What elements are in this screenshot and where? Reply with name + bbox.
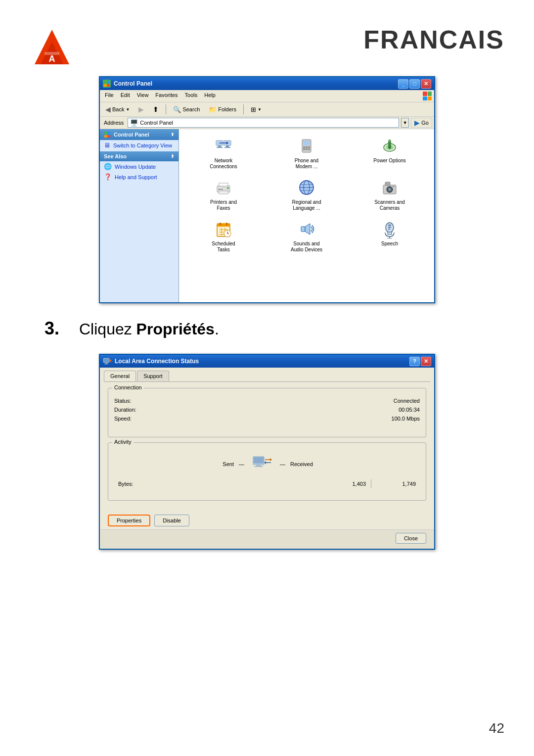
minimize-button[interactable]: _ [398,79,408,89]
icon-printers-faxes[interactable]: Printers andFaxes [183,175,264,214]
lac-titlebar: Local Area Connection Status ? ✕ [100,355,434,368]
cp-header-icon [104,131,111,138]
svg-point-55 [389,189,390,190]
speech-icon [380,219,400,239]
icon-speech[interactable]: Speech [349,216,430,256]
maximize-button[interactable]: □ [409,79,420,89]
svg-rect-33 [308,148,310,150]
forward-button[interactable]: ▶ [135,104,147,115]
cp-section-header[interactable]: Control Panel ⬆ [100,129,178,140]
menu-view[interactable]: View [134,91,152,101]
step3-container: 3. Cliquez Propriétés. [0,303,534,354]
lac-tabs: General Support [100,368,434,381]
icon-scheduled-tasks[interactable]: ScheduledTasks [183,216,264,256]
help-support-link[interactable]: ❓ Help and Support [100,172,178,182]
svg-rect-58 [217,224,230,227]
lac-window: Local Area Connection Status ? ✕ General… [99,354,435,550]
menu-help[interactable]: Help [201,91,219,101]
speed-row: Speed: 100.0 Mbps [114,414,420,423]
menu-tools[interactable]: Tools [182,91,201,101]
titlebar-controls: _ □ ✕ [398,79,431,89]
sent-label: Sent [214,461,234,467]
cp-section-title: Control Panel [114,132,149,138]
back-dropdown-icon: ▼ [126,107,130,112]
svg-rect-19 [217,147,222,148]
properties-button[interactable]: Properties [108,515,150,526]
see-also-collapse-icon: ⬆ [171,154,175,159]
svg-rect-27 [303,141,310,145]
svg-rect-14 [104,135,107,138]
scheduled-tasks-label: ScheduledTasks [212,241,235,253]
svg-rect-28 [303,146,305,148]
duration-row: Duration: 00:05:34 [114,405,420,414]
icon-phone-modem[interactable]: Phone andModem ... [266,133,347,173]
bytes-label: Bytes: [118,481,326,487]
svg-rect-32 [306,148,308,150]
tab-support[interactable]: Support [137,371,169,381]
up-button[interactable]: ⬆ [149,104,162,115]
close-button-lac[interactable]: Close [396,533,426,544]
lac-help-button[interactable]: ? [409,357,420,366]
disable-button[interactable]: Disable [154,515,189,526]
windows-update-link[interactable]: 🌐 Windows Update [100,161,178,172]
sent-dash: — [239,461,244,467]
svg-marker-90 [264,461,266,464]
address-label: Address [102,119,126,126]
tab-general[interactable]: General [104,371,136,381]
menu-file[interactable]: File [102,91,117,101]
svg-rect-80 [105,363,107,364]
scanners-cameras-label: Scanners andCameras [374,199,405,211]
switch-view-link[interactable]: 🖥 Switch to Category View [100,140,178,150]
address-dropdown[interactable]: ▼ [401,118,409,128]
bytes-row: Bytes: 1,403 1,749 [114,477,420,490]
icons-panel: NetworkConnections [179,129,434,302]
toolbar-sep1 [166,104,166,114]
svg-rect-75 [388,225,391,226]
svg-rect-85 [256,465,261,466]
search-button[interactable]: 🔍 Search [170,104,203,115]
svg-rect-15 [108,135,110,138]
lac-close-row: Close [100,529,434,549]
icons-grid: NetworkConnections [183,133,430,256]
step3-text: Cliquez Propriétés. [79,318,219,338]
menu-favorites[interactable]: Favorites [152,91,180,101]
svg-rect-44 [218,189,223,190]
help-support-icon: ❓ [104,173,112,181]
icon-network-connections[interactable]: NetworkConnections [183,133,264,173]
icon-scanners-cameras[interactable]: Scanners andCameras [349,175,430,214]
address-input[interactable]: 🖥️ Control Panel [128,118,399,128]
toolbar-sep2 [243,104,244,114]
duration-label: Duration: [114,407,136,413]
network-connections-icon [214,136,233,156]
folders-button[interactable]: 📁 Folders [205,104,240,115]
close-button[interactable]: ✕ [421,79,431,89]
address-go-button[interactable]: ▶ Go [411,118,432,128]
views-dropdown: ▼ [258,107,262,112]
speed-label: Speed: [114,416,132,422]
status-value: Connected [394,398,420,404]
windows-update-icon: 🌐 [104,163,112,170]
see-also-header[interactable]: See Also ⬆ [100,151,178,161]
page-number: 42 [489,720,504,736]
cp-title-icon [103,80,111,88]
icon-regional-language[interactable]: Regional andLanguage ... [266,175,347,214]
menu-edit[interactable]: Edit [118,91,133,101]
svg-rect-42 [220,191,227,193]
lac-close-x-button[interactable]: ✕ [421,357,431,366]
top-area: A FRANCAIS [0,15,534,76]
icon-power-options[interactable]: Power Options [349,133,430,173]
icon-sounds-audio[interactable]: Sounds andAudio Devices [266,216,347,256]
views-button[interactable]: ⊞ ▼ [247,104,265,115]
control-panel-titlebar: Control Panel _ □ ✕ [100,77,434,90]
phone-modem-icon [297,136,316,156]
activity-computer-icon [249,454,275,474]
svg-rect-23 [224,147,230,148]
svg-rect-8 [423,92,427,96]
folders-icon: 📁 [209,106,217,113]
views-icon: ⊞ [251,106,256,113]
svg-rect-29 [306,146,308,148]
status-row: Status: Connected [114,396,420,405]
bytes-divider [371,479,371,488]
back-button[interactable]: ◀ Back ▼ [102,104,133,115]
duration-value: 00:05:34 [399,407,420,413]
